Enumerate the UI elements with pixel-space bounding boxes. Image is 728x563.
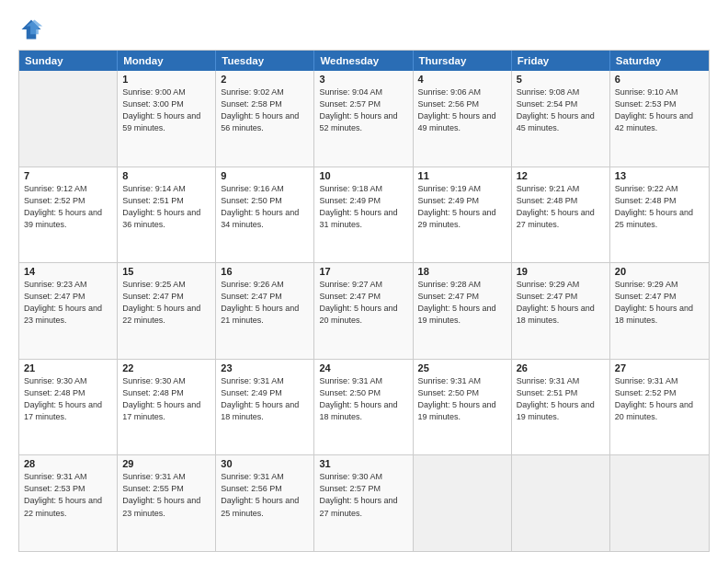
day-number: 18	[418, 266, 506, 277]
calendar-cell: 26Sunrise: 9:31 AMSunset: 2:51 PMDayligh…	[512, 360, 610, 455]
calendar-cell: 3Sunrise: 9:04 AMSunset: 2:57 PMDaylight…	[314, 71, 413, 167]
day-detail: Sunrise: 9:31 AMSunset: 2:49 PMDaylight:…	[221, 375, 309, 423]
calendar-cell: 29Sunrise: 9:31 AMSunset: 2:55 PMDayligh…	[118, 455, 216, 551]
calendar-cell: 7Sunrise: 9:12 AMSunset: 2:52 PMDaylight…	[19, 167, 118, 263]
day-number: 17	[319, 266, 407, 277]
calendar-cell	[414, 455, 512, 551]
day-detail: Sunrise: 9:02 AMSunset: 2:58 PMDaylight:…	[221, 86, 309, 134]
day-number: 31	[319, 458, 407, 469]
day-number: 21	[24, 362, 112, 373]
calendar-body: 1Sunrise: 9:00 AMSunset: 3:00 PMDaylight…	[19, 71, 709, 551]
calendar-cell: 18Sunrise: 9:28 AMSunset: 2:47 PMDayligh…	[414, 263, 512, 359]
day-number: 2	[221, 74, 309, 85]
calendar-cell: 13Sunrise: 9:22 AMSunset: 2:48 PMDayligh…	[610, 167, 709, 263]
day-number: 10	[319, 170, 407, 181]
day-detail: Sunrise: 9:12 AMSunset: 2:52 PMDaylight:…	[24, 183, 112, 231]
day-number: 28	[24, 458, 112, 469]
day-number: 7	[24, 170, 112, 181]
day-number: 25	[418, 362, 506, 373]
calendar-row-4: 21Sunrise: 9:30 AMSunset: 2:48 PMDayligh…	[19, 359, 709, 455]
header-day-sunday: Sunday	[19, 51, 118, 71]
day-number: 15	[122, 266, 210, 277]
calendar-cell: 30Sunrise: 9:31 AMSunset: 2:56 PMDayligh…	[216, 455, 314, 551]
day-number: 4	[418, 74, 506, 85]
calendar-cell: 12Sunrise: 9:21 AMSunset: 2:48 PMDayligh…	[512, 167, 610, 263]
day-detail: Sunrise: 9:30 AMSunset: 2:48 PMDaylight:…	[24, 375, 112, 423]
calendar-cell: 9Sunrise: 9:16 AMSunset: 2:50 PMDaylight…	[216, 167, 314, 263]
calendar-cell: 10Sunrise: 9:18 AMSunset: 2:49 PMDayligh…	[314, 167, 413, 263]
calendar-cell	[19, 71, 118, 167]
header-day-saturday: Saturday	[610, 51, 709, 71]
day-number: 13	[615, 170, 704, 181]
calendar-cell: 6Sunrise: 9:10 AMSunset: 2:53 PMDaylight…	[610, 71, 709, 167]
day-detail: Sunrise: 9:21 AMSunset: 2:48 PMDaylight:…	[517, 183, 605, 231]
day-detail: Sunrise: 9:31 AMSunset: 2:55 PMDaylight:…	[122, 471, 210, 519]
day-detail: Sunrise: 9:27 AMSunset: 2:47 PMDaylight:…	[319, 279, 407, 327]
day-number: 12	[517, 170, 605, 181]
day-number: 16	[221, 266, 309, 277]
calendar-cell: 23Sunrise: 9:31 AMSunset: 2:49 PMDayligh…	[216, 360, 314, 455]
calendar: SundayMondayTuesdayWednesdayThursdayFrid…	[18, 50, 710, 552]
day-number: 1	[122, 74, 210, 85]
logo-icon	[18, 17, 44, 42]
day-number: 26	[517, 362, 605, 373]
day-detail: Sunrise: 9:25 AMSunset: 2:47 PMDaylight:…	[122, 279, 210, 327]
calendar-row-1: 1Sunrise: 9:00 AMSunset: 3:00 PMDaylight…	[19, 71, 709, 167]
day-number: 8	[122, 170, 210, 181]
calendar-cell: 8Sunrise: 9:14 AMSunset: 2:51 PMDaylight…	[118, 167, 216, 263]
day-detail: Sunrise: 9:31 AMSunset: 2:50 PMDaylight:…	[418, 375, 506, 423]
day-detail: Sunrise: 9:30 AMSunset: 2:48 PMDaylight:…	[122, 375, 210, 423]
day-detail: Sunrise: 9:31 AMSunset: 2:51 PMDaylight:…	[517, 375, 605, 423]
day-number: 14	[24, 266, 112, 277]
day-number: 27	[615, 362, 704, 373]
calendar-cell: 16Sunrise: 9:26 AMSunset: 2:47 PMDayligh…	[216, 263, 314, 359]
calendar-row-3: 14Sunrise: 9:23 AMSunset: 2:47 PMDayligh…	[19, 262, 709, 359]
day-number: 9	[221, 170, 309, 181]
calendar-cell: 17Sunrise: 9:27 AMSunset: 2:47 PMDayligh…	[314, 263, 413, 359]
calendar-row-2: 7Sunrise: 9:12 AMSunset: 2:52 PMDaylight…	[19, 167, 709, 263]
calendar-header: SundayMondayTuesdayWednesdayThursdayFrid…	[19, 51, 709, 71]
day-number: 24	[319, 362, 407, 373]
calendar-cell: 24Sunrise: 9:31 AMSunset: 2:50 PMDayligh…	[314, 360, 413, 455]
day-number: 29	[122, 458, 210, 469]
calendar-row-5: 28Sunrise: 9:31 AMSunset: 2:53 PMDayligh…	[19, 454, 709, 551]
header-day-tuesday: Tuesday	[216, 51, 314, 71]
day-detail: Sunrise: 9:23 AMSunset: 2:47 PMDaylight:…	[24, 279, 112, 327]
calendar-cell: 31Sunrise: 9:30 AMSunset: 2:57 PMDayligh…	[314, 455, 413, 551]
day-detail: Sunrise: 9:31 AMSunset: 2:50 PMDaylight:…	[319, 375, 407, 423]
logo	[18, 17, 48, 42]
calendar-cell: 20Sunrise: 9:29 AMSunset: 2:47 PMDayligh…	[610, 263, 709, 359]
header	[18, 17, 710, 42]
calendar-cell	[512, 455, 610, 551]
day-number: 30	[221, 458, 309, 469]
day-detail: Sunrise: 9:18 AMSunset: 2:49 PMDaylight:…	[319, 183, 407, 231]
calendar-cell: 14Sunrise: 9:23 AMSunset: 2:47 PMDayligh…	[19, 263, 118, 359]
day-detail: Sunrise: 9:04 AMSunset: 2:57 PMDaylight:…	[319, 86, 407, 134]
page: SundayMondayTuesdayWednesdayThursdayFrid…	[0, 0, 728, 563]
calendar-cell: 2Sunrise: 9:02 AMSunset: 2:58 PMDaylight…	[216, 71, 314, 167]
header-day-wednesday: Wednesday	[314, 51, 413, 71]
day-number: 6	[615, 74, 704, 85]
calendar-cell: 4Sunrise: 9:06 AMSunset: 2:56 PMDaylight…	[414, 71, 512, 167]
calendar-cell: 27Sunrise: 9:31 AMSunset: 2:52 PMDayligh…	[610, 360, 709, 455]
header-day-thursday: Thursday	[414, 51, 512, 71]
day-detail: Sunrise: 9:28 AMSunset: 2:47 PMDaylight:…	[418, 279, 506, 327]
day-detail: Sunrise: 9:08 AMSunset: 2:54 PMDaylight:…	[517, 86, 605, 134]
calendar-cell: 11Sunrise: 9:19 AMSunset: 2:49 PMDayligh…	[414, 167, 512, 263]
day-detail: Sunrise: 9:29 AMSunset: 2:47 PMDaylight:…	[615, 279, 704, 327]
day-detail: Sunrise: 9:16 AMSunset: 2:50 PMDaylight:…	[221, 183, 309, 231]
calendar-cell: 28Sunrise: 9:31 AMSunset: 2:53 PMDayligh…	[19, 455, 118, 551]
calendar-cell: 5Sunrise: 9:08 AMSunset: 2:54 PMDaylight…	[512, 71, 610, 167]
day-detail: Sunrise: 9:29 AMSunset: 2:47 PMDaylight:…	[517, 279, 605, 327]
day-detail: Sunrise: 9:14 AMSunset: 2:51 PMDaylight:…	[122, 183, 210, 231]
day-number: 5	[517, 74, 605, 85]
calendar-cell: 19Sunrise: 9:29 AMSunset: 2:47 PMDayligh…	[512, 263, 610, 359]
day-detail: Sunrise: 9:22 AMSunset: 2:48 PMDaylight:…	[615, 183, 704, 231]
day-number: 23	[221, 362, 309, 373]
calendar-cell: 25Sunrise: 9:31 AMSunset: 2:50 PMDayligh…	[414, 360, 512, 455]
calendar-cell	[610, 455, 709, 551]
day-detail: Sunrise: 9:06 AMSunset: 2:56 PMDaylight:…	[418, 86, 506, 134]
day-detail: Sunrise: 9:26 AMSunset: 2:47 PMDaylight:…	[221, 279, 309, 327]
header-day-monday: Monday	[118, 51, 216, 71]
day-number: 19	[517, 266, 605, 277]
